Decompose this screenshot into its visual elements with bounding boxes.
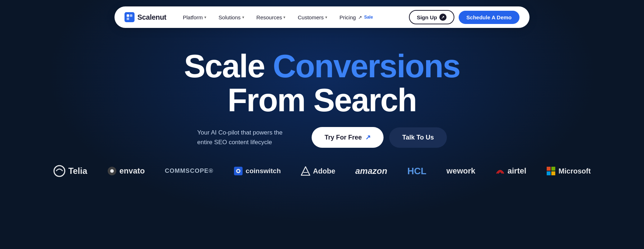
page-wrapper: Scalenut Platform ▾ Solutions ▾ Resource… [0,0,644,249]
nav-resources[interactable]: Resources ▾ [252,12,291,23]
logo[interactable]: Scalenut [125,12,166,22]
brand-envato: envato [107,166,145,176]
svg-rect-14 [551,171,555,175]
chevron-down-icon: ▾ [283,15,286,20]
logo-text: Scalenut [137,13,166,21]
hero-headline: Scale Conversions From Search [184,49,460,117]
brand-adobe: Adobe [301,166,335,176]
svg-rect-1 [130,14,132,17]
coinswitch-icon [234,166,243,176]
svg-rect-2 [127,18,129,20]
envato-icon [107,166,117,176]
adobe-icon [301,166,310,176]
hero-sub-row: Your AI Co-pilot that powers the entire … [197,127,447,148]
navbar: Scalenut Platform ▾ Solutions ▾ Resource… [0,0,644,28]
hero-section: Scale Conversions From Search Your AI Co… [0,28,644,148]
brand-wework: wework [447,166,475,176]
external-link-icon: ↗ [358,15,362,20]
svg-rect-0 [127,14,129,17]
arrow-icon: ↗ [365,133,371,141]
schedule-demo-button[interactable]: Schedule A Demo [459,11,519,24]
logo-icon [125,12,135,22]
nav-actions: Sign Up ↗ Schedule A Demo [409,10,519,24]
nav-platform[interactable]: Platform ▾ [178,12,211,23]
headline-white: Scale [184,48,264,84]
nav-customers[interactable]: Customers ▾ [293,12,332,23]
brand-coinswitch: coinswitch [234,166,281,176]
svg-rect-12 [551,167,555,171]
try-for-free-button[interactable]: Try For Free ↗ [312,127,384,148]
brand-commscope: COMMSCOPE® [165,167,214,175]
svg-point-8 [237,170,239,172]
microsoft-icon [546,166,556,176]
talk-to-us-button[interactable]: Talk To Us [389,127,447,148]
headline-blue: Conversions [273,48,460,84]
nav-solutions[interactable]: Solutions ▾ [214,12,249,23]
svg-point-3 [54,166,65,176]
chevron-down-icon: ▾ [325,15,327,20]
chevron-down-icon: ▾ [242,15,244,20]
svg-marker-9 [301,167,310,175]
arrow-icon: ↗ [439,14,447,21]
signup-button[interactable]: Sign Up ↗ [409,10,454,24]
svg-point-5 [110,169,114,173]
navbar-inner: Scalenut Platform ▾ Solutions ▾ Resource… [114,6,530,28]
brand-amazon: amazon [355,166,387,176]
hero-subtext: Your AI Co-pilot that powers the entire … [197,128,290,147]
airtel-icon [496,166,505,176]
nav-pricing[interactable]: Pricing ↗ Sale [335,12,378,23]
svg-rect-11 [547,167,551,171]
svg-rect-13 [547,171,551,175]
chevron-down-icon: ▾ [204,15,206,20]
telia-icon [53,165,65,177]
brands-strip: Telia envato COMMSCOPE® coinswitch [0,148,644,189]
brand-airtel: airtel [496,166,527,176]
nav-links: Platform ▾ Solutions ▾ Resources ▾ Custo… [178,12,402,23]
brand-telia: Telia [53,165,87,177]
brand-hcl: HCL [407,166,426,177]
headline-line2: From Search [228,82,416,118]
brand-microsoft: Microsoft [546,166,591,176]
sale-badge: Sale [364,15,373,20]
hero-buttons: Try For Free ↗ Talk To Us [312,127,447,148]
